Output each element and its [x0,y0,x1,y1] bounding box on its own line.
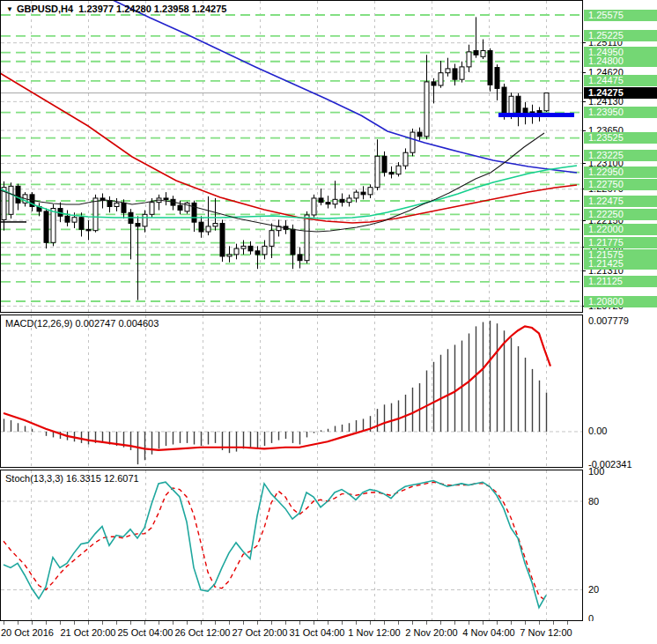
candle-body [544,93,549,110]
time-tick [88,621,89,625]
time-tick [454,621,455,625]
time-tick [314,621,314,625]
candle-body [79,218,84,230]
time-tick [483,621,484,625]
candle-body [255,251,260,255]
candle-body [502,87,506,116]
candle-body [206,226,210,232]
candle-body [51,209,55,243]
time-tick [159,621,159,625]
stoch-d-line [4,482,546,601]
candle-body [382,156,387,172]
sr-price-label: 1.25575 [584,10,657,21]
macd-axis-label: 0.007779 [584,315,657,327]
time-tick [426,621,427,625]
time-tick [18,621,18,625]
time-tick [60,621,61,625]
candle-body [234,248,239,255]
candle-body [269,231,274,247]
candle-body [333,199,337,204]
sr-price-label: 1.21775 [584,237,657,248]
sr-price-label: 1.23525 [584,132,657,144]
time-tick [342,621,343,625]
time-tick [398,621,399,625]
candle-body [410,132,415,152]
candle-body [65,216,70,222]
candle-body [305,215,309,261]
macd-histogram [4,321,547,464]
candle-body [516,96,520,114]
sr-price-label: 1.22750 [584,179,657,190]
time-tick [173,621,173,625]
candle-body [220,224,225,256]
candle-body [319,198,323,203]
candle-body [291,229,295,255]
candle-body [375,156,380,187]
time-tick [356,621,357,625]
sr-price-label: 1.24800 [584,56,657,67]
candle-body [143,214,147,226]
candle-body [262,246,267,255]
time-tick [187,621,188,625]
candle-body [389,173,394,174]
time-tick [257,621,258,625]
sr-price-label: 1.20800 [584,296,657,307]
time-tick [469,621,469,625]
stoch-k-line [4,481,546,608]
chart-canvas[interactable] [0,0,583,621]
stoch-axis-label: 80 [584,496,657,507]
candle-body [446,69,450,73]
candle-body [424,82,429,137]
current-price-badge: 1.24275 [584,87,657,99]
sr-price-label: 1.21425 [584,258,657,270]
candle-body [44,211,48,242]
sr-price-label: 1.25225 [584,30,657,41]
candle-body [495,68,499,89]
time-tick [567,621,568,625]
time-axis: 20 Oct 201621 Oct 20:0025 Oct 04:0026 Oc… [0,621,657,644]
time-tick [440,621,441,625]
candle-body [93,198,98,231]
time-tick [215,621,216,625]
sr-price-label: 1.23950 [584,107,657,118]
time-tick [243,621,244,625]
panel-border [1,315,583,468]
sr-price-label: 1.21125 [584,276,657,287]
time-tick [229,621,230,625]
candle-body [164,198,168,200]
candle-body [241,246,246,248]
sr-price-label: 1.23225 [584,150,657,161]
time-tick [102,621,103,625]
ma-blue-line [113,0,577,173]
candles [2,17,549,300]
candle-body [192,203,196,222]
time-tick [201,621,202,625]
candle-body [354,192,358,198]
candle-body [9,186,13,214]
stoch-header: Stoch(13,3,3) 16.3315 12.6071 [5,473,139,484]
time-tick [328,621,328,625]
candle-body [136,224,140,226]
candle-body [467,52,471,67]
candle-body [361,192,365,195]
candle-body [326,203,330,204]
candle-body [368,188,373,195]
stoch-axis-label: 100 [584,466,657,477]
sr-price-label: 1.22250 [584,209,657,220]
time-tick [553,621,554,625]
sr-price-label: 1.22000 [584,224,657,235]
candle-body [312,198,316,215]
time-tick [285,621,286,625]
time-tick [299,621,300,625]
sr-price-label: 1.24475 [584,75,657,86]
candle-body [107,201,112,207]
candle-body [150,203,154,215]
time-tick [46,621,47,625]
candle-body [227,255,232,256]
ohlc-toggle-icon[interactable]: ▼ [6,5,13,13]
candle-body [403,152,408,166]
time-tick [32,621,33,625]
sr-price-label: 1.22950 [584,167,657,178]
symbol-label: GBPUSD,H4 [17,4,73,14]
ma-teal-line [0,166,577,218]
